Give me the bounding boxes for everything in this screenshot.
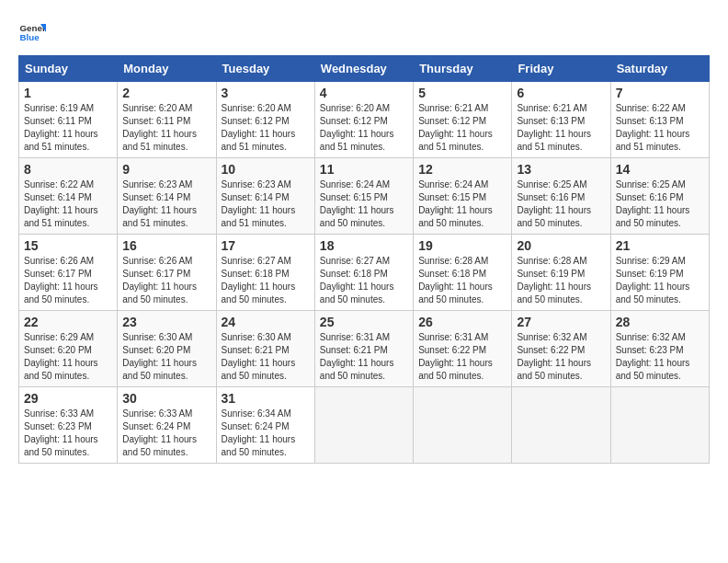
calendar-cell: 14Sunrise: 6:25 AMSunset: 6:16 PMDayligh… <box>610 158 709 235</box>
calendar-cell: 16Sunrise: 6:26 AMSunset: 6:17 PMDayligh… <box>118 235 216 311</box>
day-number: 16 <box>122 238 210 253</box>
day-info: Sunrise: 6:20 AMSunset: 6:12 PMDaylight:… <box>222 102 310 154</box>
calendar-cell: 6Sunrise: 6:21 AMSunset: 6:13 PMDaylight… <box>512 82 610 158</box>
calendar-cell <box>414 387 512 464</box>
day-number: 25 <box>320 315 408 329</box>
day-number: 5 <box>418 86 506 100</box>
calendar-row-3: 15Sunrise: 6:26 AMSunset: 6:17 PMDayligh… <box>19 235 710 311</box>
day-info: Sunrise: 6:27 AMSunset: 6:18 PMDaylight:… <box>222 255 310 306</box>
day-number: 18 <box>320 238 408 253</box>
day-number: 17 <box>222 238 310 253</box>
day-number: 10 <box>222 162 310 177</box>
day-info: Sunrise: 6:31 AMSunset: 6:21 PMDaylight:… <box>320 331 408 383</box>
day-info: Sunrise: 6:33 AMSunset: 6:24 PMDaylight:… <box>122 408 210 459</box>
day-info: Sunrise: 6:20 AMSunset: 6:12 PMDaylight:… <box>320 102 408 154</box>
calendar-cell: 1Sunrise: 6:19 AMSunset: 6:11 PMDaylight… <box>19 82 118 158</box>
calendar-cell: 3Sunrise: 6:20 AMSunset: 6:12 PMDaylight… <box>216 82 314 158</box>
day-number: 22 <box>24 315 112 329</box>
day-number: 20 <box>517 238 605 253</box>
day-number: 19 <box>418 238 506 253</box>
calendar-cell: 4Sunrise: 6:20 AMSunset: 6:12 PMDaylight… <box>314 82 413 158</box>
day-info: Sunrise: 6:22 AMSunset: 6:13 PMDaylight:… <box>616 102 704 154</box>
calendar-cell: 5Sunrise: 6:21 AMSunset: 6:12 PMDaylight… <box>414 82 512 158</box>
day-number: 12 <box>418 162 506 177</box>
calendar-cell: 26Sunrise: 6:31 AMSunset: 6:22 PMDayligh… <box>414 311 512 387</box>
day-number: 15 <box>24 238 112 253</box>
day-info: Sunrise: 6:21 AMSunset: 6:12 PMDaylight:… <box>418 102 506 154</box>
day-number: 9 <box>122 162 210 177</box>
calendar-cell <box>610 387 709 464</box>
day-number: 30 <box>122 391 210 406</box>
day-info: Sunrise: 6:20 AMSunset: 6:11 PMDaylight:… <box>122 102 210 154</box>
day-info: Sunrise: 6:31 AMSunset: 6:22 PMDaylight:… <box>418 331 506 383</box>
day-info: Sunrise: 6:29 AMSunset: 6:20 PMDaylight:… <box>24 331 112 383</box>
day-number: 24 <box>222 315 310 329</box>
day-info: Sunrise: 6:29 AMSunset: 6:19 PMDaylight:… <box>616 255 704 306</box>
day-info: Sunrise: 6:30 AMSunset: 6:21 PMDaylight:… <box>222 331 310 383</box>
day-info: Sunrise: 6:30 AMSunset: 6:20 PMDaylight:… <box>122 331 210 383</box>
day-info: Sunrise: 6:26 AMSunset: 6:17 PMDaylight:… <box>24 255 112 306</box>
calendar-cell: 13Sunrise: 6:25 AMSunset: 6:16 PMDayligh… <box>512 158 610 235</box>
calendar-cell: 2Sunrise: 6:20 AMSunset: 6:11 PMDaylight… <box>118 82 216 158</box>
day-info: Sunrise: 6:26 AMSunset: 6:17 PMDaylight:… <box>122 255 210 306</box>
day-number: 13 <box>517 162 605 177</box>
day-info: Sunrise: 6:22 AMSunset: 6:14 PMDaylight:… <box>24 178 112 230</box>
calendar-row-5: 29Sunrise: 6:33 AMSunset: 6:23 PMDayligh… <box>19 387 710 464</box>
day-info: Sunrise: 6:34 AMSunset: 6:24 PMDaylight:… <box>222 408 310 459</box>
calendar-cell: 9Sunrise: 6:23 AMSunset: 6:14 PMDaylight… <box>118 158 216 235</box>
day-number: 29 <box>24 391 112 406</box>
calendar-cell: 20Sunrise: 6:28 AMSunset: 6:19 PMDayligh… <box>512 235 610 311</box>
calendar-row-4: 22Sunrise: 6:29 AMSunset: 6:20 PMDayligh… <box>19 311 710 387</box>
calendar-cell: 23Sunrise: 6:30 AMSunset: 6:20 PMDayligh… <box>118 311 216 387</box>
svg-text:Blue: Blue <box>20 32 40 42</box>
day-info: Sunrise: 6:27 AMSunset: 6:18 PMDaylight:… <box>320 255 408 306</box>
day-number: 14 <box>616 162 704 177</box>
day-info: Sunrise: 6:28 AMSunset: 6:18 PMDaylight:… <box>418 255 506 306</box>
calendar-cell: 12Sunrise: 6:24 AMSunset: 6:15 PMDayligh… <box>414 158 512 235</box>
calendar-cell: 17Sunrise: 6:27 AMSunset: 6:18 PMDayligh… <box>216 235 314 311</box>
day-number: 3 <box>222 86 310 100</box>
day-info: Sunrise: 6:25 AMSunset: 6:16 PMDaylight:… <box>517 178 605 230</box>
day-number: 28 <box>616 315 704 329</box>
weekday-header-tuesday: Tuesday <box>216 56 314 82</box>
day-number: 31 <box>222 391 310 406</box>
calendar-cell: 29Sunrise: 6:33 AMSunset: 6:23 PMDayligh… <box>19 387 118 464</box>
day-number: 21 <box>616 238 704 253</box>
weekday-header-friday: Friday <box>512 56 610 82</box>
day-number: 26 <box>418 315 506 329</box>
calendar-table: SundayMondayTuesdayWednesdayThursdayFrid… <box>18 55 710 464</box>
day-number: 11 <box>320 162 408 177</box>
logo-icon: General Blue <box>18 18 46 46</box>
calendar-cell: 28Sunrise: 6:32 AMSunset: 6:23 PMDayligh… <box>610 311 709 387</box>
weekday-header-row: SundayMondayTuesdayWednesdayThursdayFrid… <box>19 56 710 82</box>
day-number: 1 <box>24 86 112 100</box>
day-info: Sunrise: 6:32 AMSunset: 6:22 PMDaylight:… <box>517 331 605 383</box>
weekday-header-wednesday: Wednesday <box>314 56 413 82</box>
calendar-cell: 21Sunrise: 6:29 AMSunset: 6:19 PMDayligh… <box>610 235 709 311</box>
calendar-row-1: 1Sunrise: 6:19 AMSunset: 6:11 PMDaylight… <box>19 82 710 158</box>
weekday-header-saturday: Saturday <box>610 56 709 82</box>
calendar-cell: 18Sunrise: 6:27 AMSunset: 6:18 PMDayligh… <box>314 235 413 311</box>
calendar-cell: 31Sunrise: 6:34 AMSunset: 6:24 PMDayligh… <box>216 387 314 464</box>
day-number: 27 <box>517 315 605 329</box>
day-info: Sunrise: 6:24 AMSunset: 6:15 PMDaylight:… <box>418 178 506 230</box>
day-number: 8 <box>24 162 112 177</box>
calendar-cell: 24Sunrise: 6:30 AMSunset: 6:21 PMDayligh… <box>216 311 314 387</box>
calendar-cell: 25Sunrise: 6:31 AMSunset: 6:21 PMDayligh… <box>314 311 413 387</box>
calendar-cell: 22Sunrise: 6:29 AMSunset: 6:20 PMDayligh… <box>19 311 118 387</box>
calendar-cell: 10Sunrise: 6:23 AMSunset: 6:14 PMDayligh… <box>216 158 314 235</box>
day-info: Sunrise: 6:21 AMSunset: 6:13 PMDaylight:… <box>517 102 605 154</box>
calendar-cell: 30Sunrise: 6:33 AMSunset: 6:24 PMDayligh… <box>118 387 216 464</box>
weekday-header-sunday: Sunday <box>19 56 118 82</box>
day-info: Sunrise: 6:23 AMSunset: 6:14 PMDaylight:… <box>222 178 310 230</box>
calendar-cell <box>314 387 413 464</box>
day-info: Sunrise: 6:32 AMSunset: 6:23 PMDaylight:… <box>616 331 704 383</box>
calendar-row-2: 8Sunrise: 6:22 AMSunset: 6:14 PMDaylight… <box>19 158 710 235</box>
weekday-header-monday: Monday <box>118 56 216 82</box>
calendar-cell: 15Sunrise: 6:26 AMSunset: 6:17 PMDayligh… <box>19 235 118 311</box>
weekday-header-thursday: Thursday <box>414 56 512 82</box>
day-number: 4 <box>320 86 408 100</box>
day-number: 23 <box>122 315 210 329</box>
calendar-cell <box>512 387 610 464</box>
day-info: Sunrise: 6:25 AMSunset: 6:16 PMDaylight:… <box>616 178 704 230</box>
